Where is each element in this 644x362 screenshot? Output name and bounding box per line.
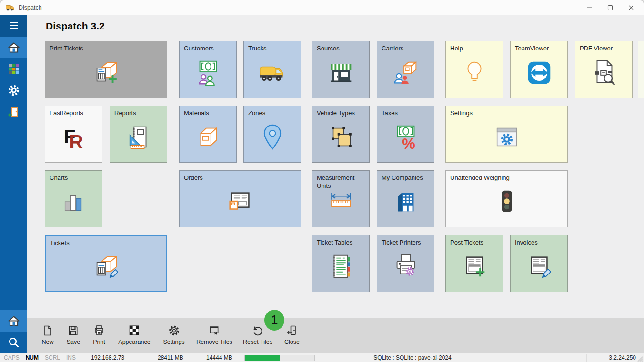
tile-ticket-printers[interactable]: Ticket Printers [377, 235, 434, 292]
taxes-icon-wrap: % [391, 123, 421, 152]
svg-text:%: % [402, 136, 415, 152]
reports-icon [124, 123, 153, 152]
remove-tiles-icon [208, 324, 221, 337]
print-icon [93, 324, 105, 337]
tile-label: Help [446, 41, 503, 56]
hamburger-icon [7, 19, 20, 32]
trucks-icon-wrap [258, 58, 287, 88]
tile-customers[interactable]: Customers [179, 41, 237, 98]
statusbar: CAPSNUMSCRLINS 192.168.2.73 28411 MB 144… [0, 353, 644, 362]
invoices-icon-wrap [524, 252, 554, 282]
tile-taxes[interactable]: Taxes% [377, 106, 434, 163]
toolbar-remove-tiles-button[interactable]: Remove Tiles [196, 324, 232, 345]
sidebar-item-menu[interactable] [0, 15, 27, 37]
tile-ticket-tables[interactable]: Ticket Tables [312, 235, 370, 292]
tile-invoices[interactable]: Invoices [510, 235, 568, 292]
tile-print-tickets[interactable]: Print Tickets [45, 41, 167, 98]
tile-label: Post Tickets [446, 235, 503, 250]
sidebar-item-tiles[interactable] [0, 58, 27, 79]
sidebar-item-search[interactable] [0, 332, 27, 353]
new-document-icon [41, 324, 54, 337]
sidebar-item-settings[interactable] [0, 79, 27, 101]
toolbar-print-button[interactable]: Print [93, 324, 105, 345]
sidebar-item-exit[interactable] [0, 101, 27, 122]
tile-trucks[interactable]: Trucks [243, 41, 301, 98]
tile-materials[interactable]: Materials [179, 106, 237, 163]
fastreports-icon: FR [59, 123, 89, 152]
minimize-button[interactable] [579, 0, 600, 15]
tickets-icon-wrap [91, 252, 121, 282]
progress-bar [244, 355, 315, 361]
tile-my-companies[interactable]: My Companies [377, 170, 434, 227]
invoices-icon [524, 252, 554, 282]
statusbar-separator [73, 354, 73, 362]
maximize-icon [607, 5, 613, 10]
tile-charts[interactable]: Charts [45, 170, 102, 227]
tile-vehicle-types[interactable]: Vehicle Types [312, 106, 370, 163]
tile-unattended-weighing[interactable]: Unattended Weighing [445, 170, 568, 227]
tile-label: PDF Viewer [575, 41, 632, 56]
sidebar [0, 15, 27, 353]
toolbar-appearance-button[interactable]: Appearance [118, 324, 150, 345]
tile-label: Sources [312, 41, 369, 56]
materials-icon [193, 123, 223, 152]
tile-label: FastReports [45, 106, 102, 121]
post-tickets-icon [460, 252, 489, 282]
tile-orders[interactable]: Orders [179, 170, 301, 227]
tile-zones[interactable]: Zones [243, 106, 301, 163]
memory-free: 14444 MB [206, 354, 232, 361]
resize-grip[interactable] [637, 356, 643, 362]
toolbar-save-button[interactable]: Save [67, 324, 80, 345]
tile-label: Charts [45, 171, 102, 186]
unattended-weighing-icon-wrap [492, 187, 522, 217]
tile-label: Invoices [511, 235, 567, 250]
tile-settings[interactable]: Settings [445, 106, 568, 163]
minimize-icon [586, 5, 592, 10]
key-state-scrl: SCRL [45, 354, 60, 361]
toolbar-settings-button[interactable]: Settings [163, 324, 184, 345]
tile-label: Taxes [377, 106, 434, 121]
statusbar-separator [146, 354, 146, 362]
tile-help[interactable]: Help [445, 41, 503, 98]
tile-reports[interactable]: Reports [110, 106, 167, 163]
page-title: Dispatch 3.2 [46, 20, 105, 32]
close-button[interactable] [621, 0, 642, 15]
tile-label: Carriers [377, 41, 434, 56]
tile-carriers[interactable]: Carriers [377, 41, 434, 98]
tile-label: Unattended Weighing [446, 171, 567, 186]
tile-pdf-viewer[interactable]: PDF Viewer [575, 41, 633, 98]
sources-icon-wrap [326, 58, 356, 88]
teamviewer-icon-wrap [524, 58, 554, 88]
toolbar-close-button[interactable]: Close [284, 324, 300, 345]
sidebar-item-home[interactable] [0, 37, 27, 58]
charts-icon [59, 187, 89, 217]
sidebar-item-home[interactable] [0, 310, 27, 332]
tile-label: Materials [180, 106, 236, 121]
tile-partial[interactable] [638, 41, 644, 98]
toolbar-label: Remove Tiles [196, 339, 232, 345]
tile-label: Print Tickets [45, 41, 167, 56]
tile-tickets[interactable]: Tickets [45, 235, 167, 292]
ticket-tables-icon-wrap [326, 252, 356, 282]
customers-icon-wrap [193, 58, 223, 88]
database-connection: SQLite : SQLite : pave-al-2024 [315, 354, 510, 361]
tile-sources[interactable]: Sources [312, 41, 370, 98]
tile-label: TeamViewer [511, 41, 567, 56]
zones-icon [258, 123, 287, 152]
carriers-icon-wrap [391, 58, 421, 88]
vehicle-types-icon [326, 123, 356, 152]
tile-label: Vehicle Types [312, 106, 369, 121]
close-door-icon [286, 324, 298, 337]
fastreports-icon-wrap: FR [59, 123, 89, 152]
toolbar-label: Appearance [118, 339, 150, 345]
save-icon [67, 324, 80, 337]
trucks-icon [258, 58, 287, 88]
tile-fastreports[interactable]: FastReportsFR [45, 106, 102, 163]
measurement-units-icon-wrap [326, 187, 356, 217]
tile-post-tickets[interactable]: Post Tickets [445, 235, 503, 292]
tile-measurement-units[interactable]: Measurement Units [312, 170, 370, 227]
tile-label: Customers [180, 41, 236, 56]
tile-teamviewer[interactable]: TeamViewer [510, 41, 568, 98]
toolbar-new-button[interactable]: New [41, 324, 54, 345]
maximize-button[interactable] [600, 0, 621, 15]
